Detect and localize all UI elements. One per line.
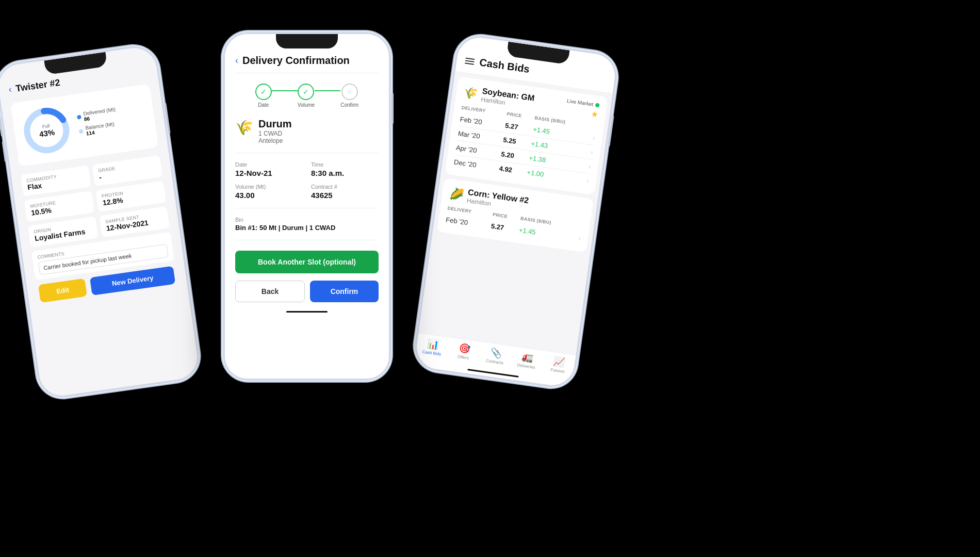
step-line-1 [272,90,298,91]
step-volume-label: Volume [298,102,315,108]
futures-label: Futures [550,367,565,374]
left-phone: ‹ Twister #2 Full 43% [0,42,203,402]
step-confirm-label: Confirm [340,102,358,108]
edit-button[interactable]: Edit [38,278,87,303]
center-back-icon[interactable]: ‹ [235,55,238,66]
corn-icon: 🌽 [449,187,464,202]
donut-legend: Delivered (Mt) 86 Balance (Mt) 114 [76,106,119,140]
commodity-grade: 1 CWAD [258,130,291,137]
home-bar [467,369,518,378]
delivered-label: Delivered (Mt) [83,106,116,117]
left-phone-title: Twister #2 [15,77,61,94]
step-confirm: ○ Confirm [340,84,358,108]
book-slot-button[interactable]: Book Another Slot (optional) [235,251,379,273]
center-bottom-buttons: Back Confirm [235,281,379,302]
deliveries-icon: 🚛 [521,351,534,364]
confirm-button[interactable]: Confirm [310,281,379,302]
back-arrow-icon[interactable]: ‹ [8,84,12,95]
info-commodity: Commodity Flax [21,166,91,196]
bin-value: Bin #1: 50 Mt | Durum | 1 CWAD [235,224,379,232]
volume-up-button [0,116,3,136]
center-phone: ‹ Delivery Confirmation ✓ Date ✓ Volume … [222,31,392,382]
volume-down-button [2,141,7,162]
donut-chart: Full 43% [18,102,76,160]
back-button[interactable]: Back [235,281,305,302]
step-volume: ✓ Volume [298,84,315,108]
info-moisture: MOISTURE 10.5% [24,191,95,222]
tab-offers[interactable]: 🎯 Offers [447,341,481,362]
commodity-icon: 🌾 [235,119,253,136]
live-badge: Live Market [566,98,600,108]
step-date: ✓ Date [255,84,272,108]
info-protein: Protein 12.8% [95,181,166,212]
center-header: ‹ Delivery Confirmation [235,55,379,73]
info-grade: Grade - [92,155,163,186]
soybean-card: 🌾 Soybean: GM Hamilton Live Market ★ [445,76,608,195]
delivered-val: 86 [84,116,90,122]
center-power-button [391,93,394,124]
contracts-label: Contracts [485,358,503,366]
step-volume-circle: ✓ [298,84,314,100]
detail-date: Date 12-Nov-21 [235,161,303,177]
soybean-icon: 🌾 [463,86,478,101]
left-screen: ‹ Twister #2 Full 43% [0,45,200,399]
info-origin: Origin Loyalist Farms [28,217,99,248]
donut-section: Full 43% Delivered (Mt) 86 [10,84,158,167]
tab-bar: 📊 Cash Bids 🎯 Offers 📎 Contracts 🚛 Deliv… [414,333,576,388]
cash-bids-label: Cash Bids [422,349,441,356]
steps-row: ✓ Date ✓ Volume ○ Confirm [235,84,379,108]
step-line-2 [315,90,340,91]
commodity-name: Durum [258,118,291,130]
detail-volume: Volume (Mt) 43.00 [235,184,303,200]
balance-val: 114 [86,129,95,136]
center-screen: ‹ Delivery Confirmation ✓ Date ✓ Volume … [225,34,389,379]
contracts-icon: 📎 [489,347,502,359]
bin-section: Bin Bin #1: 50 Mt | Durum | 1 CWAD [235,217,379,240]
detail-grid: Date 12-Nov-21 Time 8:30 a.m. Volume (Mt… [235,161,379,208]
live-label: Live Market [566,98,594,107]
step-date-label: Date [258,102,269,108]
right-title: Cash Bids [479,56,530,75]
tab-deliveries[interactable]: 🚛 Deliveries [510,350,544,371]
home-indicator [286,311,328,313]
legend-balance-dot [79,129,84,134]
tab-futures[interactable]: 📈 Futures [542,354,576,375]
info-grid: Commodity Flax Grade - MOISTURE 10.5% Pr… [21,155,170,247]
step-date-circle: ✓ [255,84,272,100]
deliveries-label: Deliveries [517,363,535,370]
bin-label: Bin [235,217,379,223]
right-screen: Cash Bids 🌾 Soybean: GM Hamilton Live Ma… [414,35,617,388]
right-phone: Cash Bids 🌾 Soybean: GM Hamilton Live Ma… [411,31,622,391]
offers-label: Offers [458,354,469,361]
detail-time: Time 8:30 a.m. [311,161,379,177]
balance-label: Balance (Mt) [85,121,115,131]
star-icon[interactable]: ★ [590,109,599,120]
detail-contract: Contract # 43625 [311,184,379,200]
tab-cash-bids[interactable]: 📊 Cash Bids [416,336,450,357]
tab-contracts[interactable]: 📎 Contracts [479,345,513,366]
commodity-row: 🌾 Durum 1 CWAD Antelope [235,118,379,153]
step-confirm-circle: ○ [341,84,358,100]
info-sample-sent: Sample Sent 12-Nov-2021 [99,206,170,237]
offers-icon: 🎯 [458,342,471,355]
notch-center [276,34,338,48]
futures-icon: 📈 [552,355,565,368]
legend-delivered-dot [77,115,81,120]
hamburger-menu[interactable] [465,57,475,64]
center-title: Delivery Confirmation [242,55,350,67]
live-dot [595,103,600,107]
commodity-location: Antelope [258,137,291,144]
cash-bids-icon: 📊 [427,338,439,351]
